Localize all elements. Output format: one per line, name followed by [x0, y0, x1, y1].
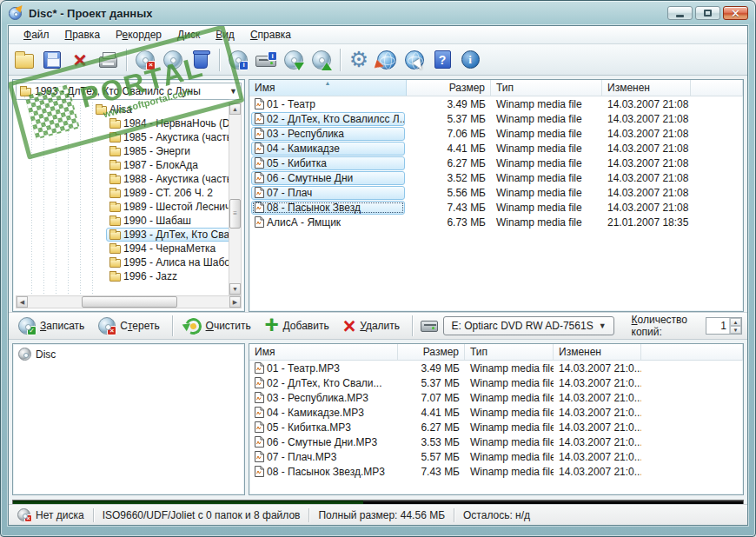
tree-vertical-scrollbar[interactable]: ▲ ≡ ▼ [229, 103, 242, 295]
tree-item[interactable]: 1987 - БлокАда [16, 158, 229, 172]
table-row[interactable]: 07 - Плач.MP3 5.57 МБ Winamp media file … [249, 449, 743, 464]
column-header-modified[interactable]: Изменен [554, 344, 641, 360]
scroll-down-button[interactable]: ▼ [229, 283, 241, 295]
print-button[interactable] [96, 48, 120, 72]
spin-up-button[interactable]: ▲ [730, 318, 741, 326]
import-disc-button[interactable] [282, 48, 306, 72]
about-button[interactable]: i [458, 48, 482, 72]
column-header-type[interactable]: Тип [491, 80, 602, 96]
maximize-button[interactable] [695, 6, 720, 20]
update-button[interactable] [375, 48, 399, 72]
tree-horizontal-scrollbar[interactable]: ◀ ▶ [16, 295, 242, 308]
drive-info-button[interactable]: i [254, 48, 278, 72]
table-row[interactable]: 01 - Театр.MP3 3.49 МБ Winamp media file… [249, 361, 743, 375]
scroll-left-button[interactable]: ◀ [17, 296, 28, 308]
column-header-name[interactable]: ▲Имя [249, 80, 407, 96]
menu-item[interactable]: Справка [242, 27, 299, 43]
close-icon: ✕ [731, 8, 740, 19]
scrollbar-thumb[interactable]: ≡ [229, 199, 241, 229]
action-bar: ✓ Записать × Стереть Очистить + Добавить… [9, 312, 747, 340]
drive-select[interactable]: E: Optiarc DVD RW AD-7561S ▼ [443, 316, 613, 335]
save-icon [43, 51, 61, 69]
titlebar[interactable]: Disc* - Проект данных ✕ [1, 1, 755, 25]
table-row[interactable]: 03 - Республика 7.06 МБ Winamp media fil… [249, 126, 743, 141]
disc-panel[interactable]: Disc [12, 343, 245, 495]
clear-button[interactable]: Очистить [181, 316, 255, 336]
tree-item[interactable]: 1996 - Jazz [16, 269, 229, 283]
chevron-down-icon[interactable]: ▼ [594, 322, 612, 330]
copies-value[interactable]: 1 [706, 318, 729, 334]
status-remaining: Осталось: н/д [454, 508, 539, 522]
menu-item[interactable]: Файл [16, 27, 57, 43]
table-row[interactable]: 06 - Смутные Дни.MP3 3.53 МБ Winamp medi… [249, 434, 743, 449]
tree-item[interactable]: 1990 - Шабаш [16, 214, 229, 228]
tree-item[interactable]: 1993 - ДлТех, Кто Свал [16, 228, 229, 242]
disc-button[interactable] [161, 48, 185, 72]
column-header-size[interactable]: Размер [407, 80, 491, 96]
menu-item[interactable]: Рекордер [108, 27, 169, 43]
table-row[interactable]: 04 - Камикадзе.MP3 4.41 МБ Winamp media … [249, 405, 743, 420]
help-button[interactable]: ? [430, 48, 454, 72]
media-file-icon [255, 98, 264, 109]
copies-spinner[interactable]: 1 ▲ ▼ [706, 317, 742, 335]
column-header-type[interactable]: Тип [465, 344, 554, 360]
folder-icon [109, 120, 121, 129]
column-header-modified[interactable]: Изменен [602, 80, 691, 96]
table-row[interactable]: 08 - Пасынок Звезд 7.43 МБ Winamp media … [249, 200, 743, 215]
open-folder-button[interactable] [12, 48, 36, 72]
close-button[interactable]: ✕ [723, 6, 748, 20]
app-window: Disc* - Проект данных ✕ Файл Правка Реко… [0, 0, 756, 537]
menu-item[interactable]: Вид [208, 27, 242, 43]
tree-item[interactable]: 1989 - СТ. 206 Ч. 2 [16, 186, 229, 200]
column-header-name[interactable]: Имя [249, 344, 398, 360]
column-header-size[interactable]: Размер [398, 344, 465, 360]
settings-button[interactable]: ⚙ [347, 48, 371, 72]
explorer-panel: 1993 - ДлТех, Кто Свалилс с Луны ▼ Alisa… [12, 79, 245, 312]
table-row[interactable]: 04 - Камикадзе 4.41 МБ Winamp media file… [249, 141, 743, 156]
remove-button[interactable]: × Удалить [339, 315, 404, 338]
table-row[interactable]: 02 - ДлТех, Кто Свалилсс Л... 5.37 МБ Wi… [249, 111, 743, 126]
add-button[interactable]: + Добавить [261, 315, 334, 337]
folder-combo-value: 1993 - ДлТех, Кто Свалилс с Луны [35, 85, 201, 97]
menu-item[interactable]: Правка [57, 27, 109, 43]
table-row[interactable]: 06 - Смутные Дни 3.52 МБ Winamp media fi… [249, 170, 743, 185]
website-button[interactable] [402, 48, 427, 72]
burn-button[interactable]: ✓ Записать [14, 315, 89, 336]
delete-button[interactable]: × [68, 48, 92, 72]
table-row[interactable]: АлисА - Ямщик 6.73 МБ Winamp media file … [249, 215, 743, 229]
minimize-button[interactable] [667, 6, 693, 20]
table-row[interactable]: 08 - Пасынок Звезд.MP3 7.43 МБ Winamp me… [249, 464, 743, 479]
tree-item[interactable]: 1995 - Алиса на Шаболо [16, 255, 229, 269]
table-row[interactable]: 01 - Театр 3.49 МБ Winamp media file 14.… [249, 96, 743, 111]
table-row[interactable]: 05 - Кибитка.MP3 6.27 МБ Winamp media fi… [249, 420, 743, 434]
separator [172, 315, 173, 336]
table-row[interactable]: 03 - Республика.MP3 7.07 МБ Winamp media… [249, 390, 743, 405]
tree-item[interactable]: 1985 - Акустика (часть 1 [16, 130, 229, 144]
tree-item[interactable]: 1989 - Шестой Лесничий [16, 200, 229, 214]
table-row[interactable]: 07 - Плач 5.56 МБ Winamp media file 14.0… [249, 185, 743, 200]
save-button[interactable] [40, 48, 64, 72]
media-file-icon [255, 157, 264, 169]
scrollbar-thumb[interactable] [82, 296, 177, 308]
scroll-up-button[interactable]: ▲ [229, 103, 241, 115]
trash-button[interactable] [189, 48, 213, 72]
disc-info-button[interactable]: i [226, 48, 250, 72]
status-filesystem: ISO9660/UDF/Joliet с 0 папок и 8 файлов [94, 508, 310, 522]
table-row[interactable]: 05 - Кибитка 6.27 МБ Winamp media file 1… [249, 156, 743, 170]
erase-button[interactable]: × Стереть [94, 315, 163, 336]
folder-combo[interactable]: 1993 - ДлТех, Кто Свалилс с Луны ▼ [16, 83, 242, 100]
tree-item[interactable]: 1988 - Акустика (часть [16, 172, 229, 186]
table-row[interactable]: 02 - ДлТех, Кто Свали... 5.37 МБ Winamp … [249, 375, 743, 390]
tree-item[interactable]: 1994 - ЧернаМетка [16, 242, 229, 255]
tree-item[interactable]: 1985 - Энерги [16, 144, 229, 158]
chevron-down-icon[interactable]: ▼ [229, 87, 237, 96]
scroll-right-button[interactable]: ▶ [229, 296, 241, 308]
menu-item[interactable]: Диск [169, 27, 208, 43]
spin-down-button[interactable]: ▼ [730, 326, 741, 334]
tree-item[interactable]: 1984 - НервнаНочь (Dr.К [16, 116, 229, 130]
erase-disc-button[interactable]: × [133, 48, 157, 72]
list-header: Имя Размер Тип Изменен [249, 344, 743, 361]
folder-icon [109, 203, 121, 212]
tree-item-parent[interactable]: Alisa [16, 103, 229, 116]
export-disc-button[interactable] [309, 48, 334, 72]
